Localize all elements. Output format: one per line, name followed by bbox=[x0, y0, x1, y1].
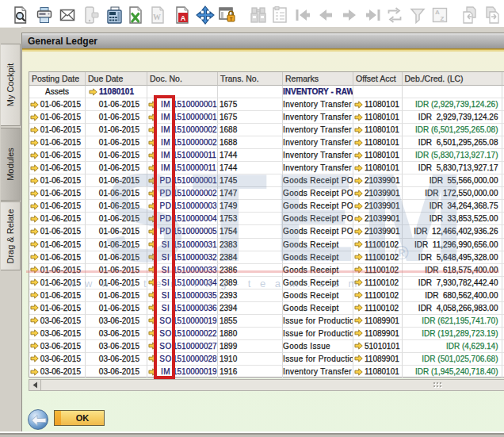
svg-text:W: W bbox=[153, 13, 161, 21]
svg-text:Z: Z bbox=[441, 15, 445, 22]
svg-text:A: A bbox=[435, 9, 440, 16]
svg-text:T: T bbox=[229, 17, 232, 21]
svg-text:A: A bbox=[180, 14, 185, 22]
